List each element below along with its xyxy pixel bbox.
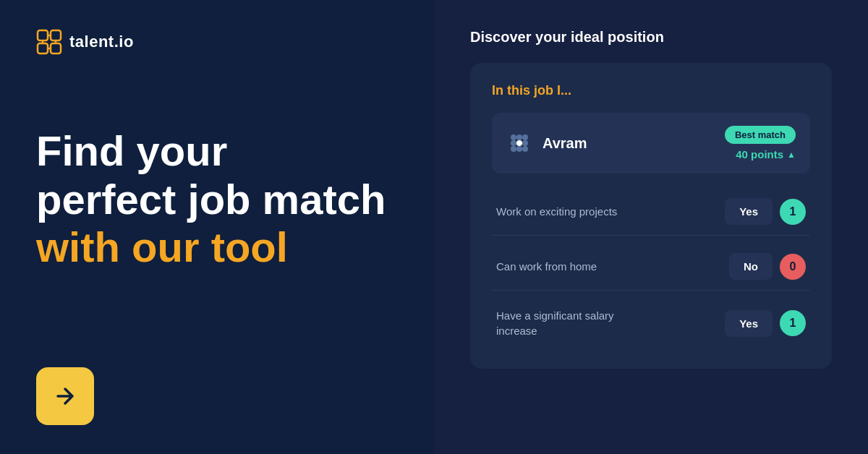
svg-rect-1 (51, 30, 61, 40)
svg-point-15 (516, 146, 522, 152)
cta-arrow-button[interactable] (36, 367, 94, 425)
best-match-badge: Best match (725, 126, 796, 144)
svg-rect-0 (38, 30, 48, 40)
logo-text: talent.io (69, 33, 134, 51)
answer-pill-0: Yes (725, 198, 773, 225)
svg-point-9 (516, 134, 522, 140)
criteria-label-0: Work on exciting projects (496, 204, 617, 219)
svg-rect-3 (51, 43, 61, 53)
logo-icon (36, 29, 62, 55)
answer-pill-2: Yes (725, 310, 773, 337)
criteria-list: Work on exciting projects Yes 1 Can work… (492, 188, 810, 348)
match-row: Avram Best match 40 points ▲ (492, 113, 810, 174)
svg-point-10 (522, 134, 528, 140)
match-right: Best match 40 points ▲ (725, 126, 796, 160)
headline-line1: Find your (36, 127, 398, 176)
headline-line2: perfect job match (36, 176, 398, 224)
logo-area: talent.io (36, 29, 398, 55)
match-left: Avram (506, 130, 587, 156)
section-label: In this job I... (492, 83, 810, 98)
criteria-row: Have a significant salary increase Yes 1 (492, 298, 810, 348)
points-row: 40 points ▲ (736, 148, 796, 160)
main-card: In this job I... Avram Best match (470, 63, 832, 369)
svg-point-13 (522, 140, 528, 146)
svg-point-11 (511, 140, 516, 146)
answer-pill-1: No (729, 253, 773, 280)
headline: Find your perfect job match with our too… (36, 127, 398, 324)
score-circle-0: 1 (780, 199, 806, 225)
svg-point-14 (511, 146, 516, 152)
arrow-right-icon (52, 383, 78, 409)
svg-point-16 (522, 146, 528, 152)
svg-rect-2 (38, 43, 48, 53)
discover-title: Discover your ideal position (470, 29, 832, 46)
svg-point-12 (516, 140, 522, 146)
svg-point-8 (511, 134, 516, 140)
right-panel: Discover your ideal position In this job… (434, 0, 868, 454)
match-name: Avram (542, 135, 587, 152)
left-panel: talent.io Find your perfect job match wi… (0, 0, 434, 454)
dots-logo-icon (506, 130, 532, 156)
criteria-answer-1: No 0 (729, 253, 806, 280)
points-text: 40 points (736, 148, 783, 160)
criteria-label-2: Have a significant salary increase (496, 308, 641, 338)
score-circle-2: 1 (780, 310, 806, 336)
criteria-row: Can work from home No 0 (492, 243, 810, 291)
criteria-answer-2: Yes 1 (725, 310, 806, 337)
criteria-label-1: Can work from home (496, 259, 597, 274)
score-circle-1: 0 (780, 254, 806, 280)
criteria-answer-0: Yes 1 (725, 198, 806, 225)
points-arrow-icon: ▲ (787, 150, 796, 160)
headline-accent: with our tool (36, 223, 398, 272)
criteria-row: Work on exciting projects Yes 1 (492, 188, 810, 236)
